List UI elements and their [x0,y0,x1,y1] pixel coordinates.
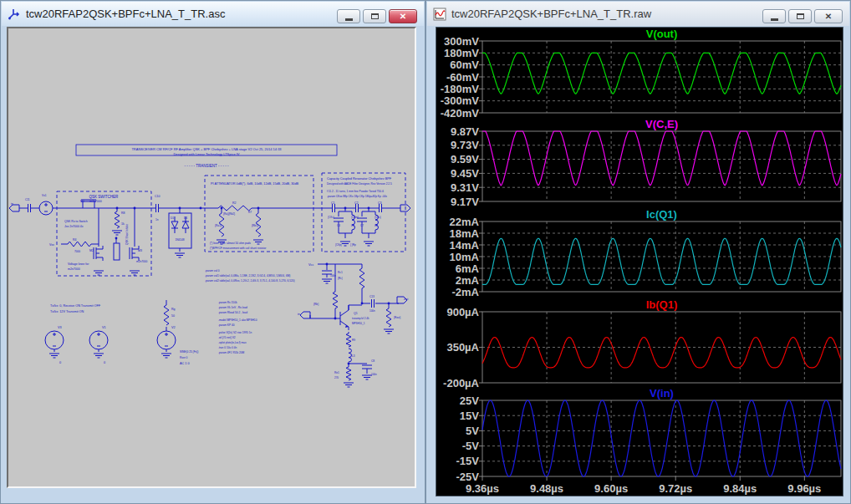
svg-text:{ }Rp: { }Rp [350,243,356,247]
svg-text:Designed with AADE Filter Desi: Designed with AADE Filter Designer, Rev … [327,182,392,186]
svg-text:-5V: -5V [462,440,480,452]
svg-text:{Rb1}: {Rb1} [252,224,258,227]
pane-vce[interactable]: V(C,E)9.87V9.73V9.59V9.45V9.31V9.17V [451,118,841,208]
svg-text:C7: C7 [360,224,364,227]
svg-text:C13: C13 [369,295,375,298]
svg-text:0: 0 [104,361,105,364]
waveform-plots[interactable]: V(out)300mV180mV60mV-60mV-180mV-300mV-42… [436,28,843,496]
svg-text:{Ra}{Rb2}: {Ra}{Rb2} [223,212,235,216]
pane-vout[interactable]: V(out)300mV180mV60mV-60mV-180mV-300mV-42… [441,28,841,120]
maximize-button[interactable] [788,9,812,23]
pane-icq1[interactable]: Ic(Q1)22mA18mA14mA10mA6mA2mA-2mA [450,208,841,298]
svg-text:{Ra1}: {Ra1} [215,224,222,227]
minimize-button[interactable] [337,9,360,23]
svg-text:{CKp}: {CKp} [335,243,342,247]
svg-text:C11: C11 [25,198,30,201]
svg-text:Tx/ks: 12V Transmit ON: Tx/ks: 12V Transmit ON [50,310,84,313]
svg-text:18mA: 18mA [450,227,480,240]
svg-text:Voltage knee for: Voltage knee for [68,262,89,266]
svg-text:.param Rs 150k: .param Rs 150k [218,301,237,304]
svg-text:50: 50 [171,314,175,318]
svg-text:Ic(Q1): Ic(Q1) [646,208,677,221]
svg-text:Tx/ks: 0, Receive ON Transmi: Tx/ks: 0, Receive ON Transmit OFF [50,304,101,308]
svg-text:{Rc}: {Rc} [338,277,343,280]
svg-text:C4: C4 [337,224,340,227]
svg-text:V(in): V(in) [650,387,674,400]
schematic-canvas[interactable]: TRANSCEIVER CW RF/CF RF Amplifier QSK + … [7,27,416,488]
svg-text:-60mV: -60mV [446,71,479,84]
waveform-icon[interactable] [433,8,446,21]
maximize-icon [797,13,804,19]
svg-text:9.60µs: 9.60µs [594,482,628,495]
svg-text:QSK Short Inhibit: QSK Short Inhibit [125,224,129,245]
svg-text:R2: R2 [232,201,237,205]
svg-text:9.48µs: 9.48µs [530,482,563,495]
svg-text:QSK SWITCHER: QSK SWITCHER [89,195,120,199]
svg-text:Jxx 2n7000 4x: Jxx 2n7000 4x [64,225,84,228]
schematic-window-titlebar[interactable]: tcw20RFAP2QSK+BPFc+LNA_T_TR.asc ✕ [2,2,424,26]
svg-text:M2: M2 [89,249,94,252]
svg-text:in: in [298,313,300,316]
svg-text:M1: M1 [80,200,84,203]
svg-text:{CKm}: {CKm} [351,216,359,219]
svg-text:m2n7000: m2n7000 [89,200,102,203]
svg-text:R4: R4 [73,238,77,242]
svg-text:.param CKxx 88p CKx 18p CKp 18: .param CKxx 88p CKx 18p CKp 180p=82p Kp … [327,195,387,198]
svg-text:9.31V: 9.31V [451,181,479,194]
svg-text:C3: C3 [378,201,382,205]
svg-text:.param Rload 50.2 , load: .param Rload 50.2 , load [218,311,247,314]
svg-text:tcwamp.lvl 2.4k: tcwamp.lvl 2.4k [352,317,369,320]
svg-text:Designed with Linear Technolog: Designed with Linear Technology LTSpice … [173,152,239,156]
svg-text:R7: R7 [248,211,252,214]
svg-text:-15V: -15V [456,455,480,467]
svg-text:PI ATTENUATOR 0dB(*), 6dB, 10d: PI ATTENUATOR 0dB(*), 6dB, 10dB, 12dB, 1… [211,182,299,186]
waveform-window-titlebar[interactable]: tcw20RFAP2QSK+BPFc+LNA_T_TR.raw ✕ [427,2,849,26]
maximize-button[interactable] [363,9,386,23]
svg-text:14mA: 14mA [450,239,480,252]
svg-text:in: in [11,202,13,206]
svg-text:9.84µs: 9.84µs [723,482,757,495]
svg-text:.wl {#5 net} V2: .wl {#5 net} V2 [218,336,236,339]
schematic-drawing[interactable]: TRANSCEIVER CW RF/CF RF Amplifier QSK + … [8,28,415,486]
svg-text:D1: D1 [171,216,174,220]
svg-text:- - - - - TRANSIENT - - - - -: - - - - - TRANSIENT - - - - - [185,164,229,168]
svg-text:Ib(Q1): Ib(Q1) [646,298,678,311]
svg-text:L3: L3 [352,354,355,358]
svg-text:900µA: 900µA [446,306,479,318]
svg-text:(*)BPF/CF measurement with coi: (*)BPF/CF measurement with coil shunt re… [210,247,267,250]
svg-text:.param val2 table(val, 0,0Rxx,: .param val2 table(val, 0,0Rxx, 1,2G.2, 2… [205,279,295,283]
minimize-button[interactable] [762,9,786,23]
svg-text:-25V: -25V [456,471,480,483]
svg-text:9.36µs: 9.36µs [466,482,499,495]
svg-text:100n: 100n [330,274,336,277]
close-button[interactable]: ✕ [389,9,417,23]
svg-text:9.72µs: 9.72µs [659,482,692,495]
svg-text:C8: C8 [371,359,375,363]
close-button[interactable]: ✕ [814,9,843,23]
svg-text:C2: C2 [354,201,359,205]
svg-text:V2: V2 [171,326,176,329]
svg-text:L1: L1 [351,224,354,227]
pane-vin[interactable]: V(in)25V15V5V-5V-15V-25V [456,387,841,483]
close-icon: ✕ [825,13,832,21]
svg-text:.tran 0 10u 0 4n: .tran 0 10u 0 4n [218,346,237,349]
svg-text:2mA: 2mA [456,274,480,287]
minimize-icon [771,18,778,21]
svg-text:AC 1 0: AC 1 0 [180,362,190,365]
svg-text:1n: 1n [155,218,159,221]
schematic-icon[interactable] [8,8,21,21]
svg-text:60mV: 60mV [450,59,479,71]
svg-text:9.45V: 9.45V [451,167,479,180]
waveform-canvas[interactable]: V(out)300mV180mV60mV-60mV-180mV-300mV-42… [436,27,843,496]
svg-text:-420mV: -420mV [441,107,480,120]
pane-ibq1[interactable]: Ib(Q1)900µA350µA-200µA [443,298,841,389]
svg-text:.oplot plots(tx,Lw,f) max: .oplot plots(tx,Lw,f) max [218,341,247,344]
svg-text:(*) level R Ax: almost 50 ohm: (*) level R Ax: almost 50 ohm pads [210,242,251,245]
svg-text:6mA: 6mA [456,262,480,275]
svg-text:V3: V3 [58,326,62,329]
close-icon: ✕ [400,13,406,21]
svg-text:Vcc: Vcc [308,263,313,267]
waveform-window: tcw20RFAP2QSK+BPFc+LNA_T_TR.raw ✕ V(out)… [426,0,851,504]
svg-text:.pulse V(2x) V2 rise 1995 1n: .pulse V(2x) V2 rise 1995 1n [218,331,252,334]
svg-text:.param val 0: .param val 0 [205,269,220,272]
